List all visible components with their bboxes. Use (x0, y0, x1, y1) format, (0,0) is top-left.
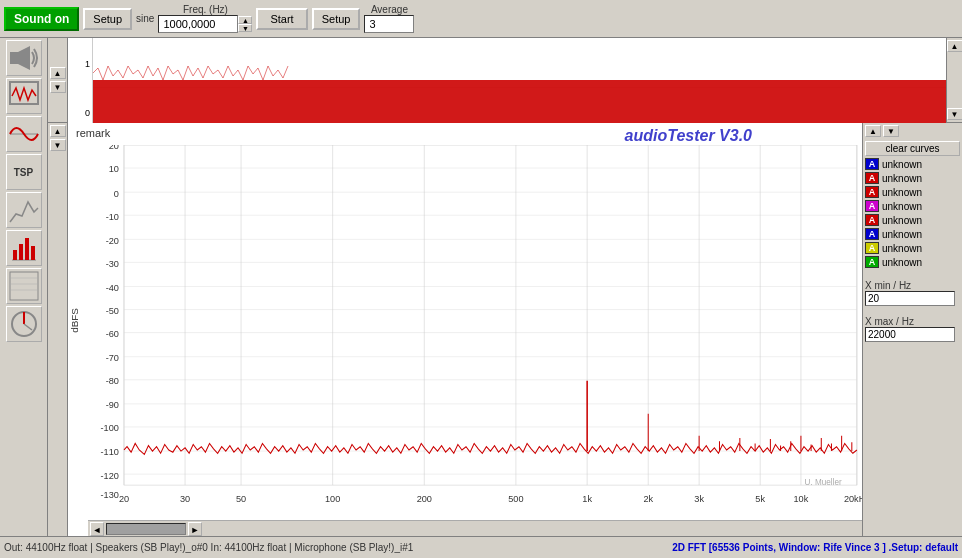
legend-item-3: A unknown (865, 200, 960, 212)
sidebar-icon-5[interactable] (6, 192, 42, 228)
svg-text:-90: -90 (106, 399, 119, 410)
freq-input[interactable] (158, 15, 238, 33)
waveform-type-group: sine (136, 13, 154, 24)
legend-color-0[interactable]: A (865, 158, 879, 170)
waveform-y-down[interactable]: ▼ (50, 81, 66, 93)
waveform-area: ▲ ▼ 1 0 -1 (48, 38, 962, 123)
legend-text-4: unknown (882, 215, 922, 226)
svg-text:500: 500 (508, 492, 523, 503)
svg-text:-120: -120 (101, 469, 119, 480)
freq-up-button[interactable] (238, 16, 252, 24)
legend-color-6[interactable]: A (865, 242, 879, 254)
fft-y-down[interactable]: ▼ (50, 139, 66, 151)
waveform-y-label-1: 1 (68, 59, 92, 69)
legend-item-2: A unknown (865, 186, 960, 198)
fft-scroll-left[interactable]: ◄ (90, 522, 104, 536)
svg-text:2k: 2k (643, 492, 653, 503)
svg-rect-5 (13, 250, 17, 260)
svg-text:20kHz: 20kHz (844, 492, 862, 503)
legend-color-3[interactable]: A (865, 200, 879, 212)
legend-color-1[interactable]: A (865, 172, 879, 184)
legend-color-2[interactable]: A (865, 186, 879, 198)
sidebar-icon-1[interactable] (6, 40, 42, 76)
svg-rect-8 (31, 246, 35, 260)
legend-text-1: unknown (882, 173, 922, 184)
svg-text:20: 20 (109, 145, 119, 151)
fft-right-panel: ▲ ▼ clear curves A unknown A unknown A u… (862, 123, 962, 536)
legend-text-5: unknown (882, 229, 922, 240)
svg-rect-7 (25, 238, 29, 260)
legend-color-4[interactable]: A (865, 214, 879, 226)
tsp-button[interactable]: TSP (6, 154, 42, 190)
status-right: 2D FFT [65536 Points, Window: Rife Vince… (672, 542, 958, 553)
freq-spinner (238, 16, 252, 32)
setup-button-2[interactable]: Setup (312, 8, 361, 30)
start-button[interactable]: Start (256, 8, 307, 30)
svg-text:U. Mueller: U. Mueller (805, 477, 842, 487)
fft-chart: remark audioTester V3.0 (68, 123, 862, 536)
svg-text:-100: -100 (101, 422, 119, 433)
main-container: TSP (0, 38, 962, 536)
x-min-label: X min / Hz (865, 280, 960, 291)
sidebar-icon-7[interactable] (6, 268, 42, 304)
waveform-vscroll-down[interactable]: ▼ (947, 108, 963, 120)
legend-item-6: A unknown (865, 242, 960, 254)
fft-scrollbar-track[interactable] (106, 523, 186, 535)
legend-item-4: A unknown (865, 214, 960, 226)
legend-item-7: A unknown (865, 256, 960, 268)
svg-rect-9 (10, 272, 38, 300)
svg-text:-80: -80 (106, 375, 119, 386)
average-input[interactable] (364, 15, 414, 33)
svg-line-15 (24, 324, 32, 330)
x-max-input[interactable] (865, 327, 955, 342)
legend-text-0: unknown (882, 159, 922, 170)
svg-text:50: 50 (236, 492, 246, 503)
setup-button-1[interactable]: Setup (83, 8, 132, 30)
sidebar-icon-6[interactable] (6, 230, 42, 266)
fft-scroll-right[interactable]: ► (188, 522, 202, 536)
legend-color-5[interactable]: A (865, 228, 879, 240)
svg-text:-60: -60 (106, 328, 119, 339)
sidebar-icon-8[interactable] (6, 306, 42, 342)
svg-text:100: 100 (325, 492, 340, 503)
average-label: Average (371, 4, 408, 15)
svg-text:-20: -20 (106, 234, 119, 245)
status-left: Out: 44100Hz float | Speakers (SB Play!)… (4, 542, 672, 553)
svg-text:-10: -10 (106, 210, 119, 221)
freq-label: Freq. (Hz) (183, 4, 228, 15)
status-bar: Out: 44100Hz float | Speakers (SB Play!)… (0, 536, 962, 558)
svg-text:dBFS: dBFS (70, 308, 81, 333)
freq-down-button[interactable] (238, 24, 252, 32)
waveform-type-label: sine (136, 13, 154, 24)
svg-text:-130: -130 (101, 489, 119, 500)
svg-marker-1 (18, 46, 30, 70)
waveform-y-up[interactable]: ▲ (50, 67, 66, 79)
waveform-vscroll-up[interactable]: ▲ (947, 40, 963, 52)
svg-text:-70: -70 (106, 352, 119, 363)
waveform-y-label-2: 0 (68, 108, 92, 118)
svg-text:20: 20 (119, 492, 129, 503)
legend-item-5: A unknown (865, 228, 960, 240)
sidebar-icon-3[interactable] (6, 116, 42, 152)
remark-label: remark (76, 127, 110, 139)
svg-rect-0 (10, 52, 18, 64)
fft-y-up[interactable]: ▲ (50, 125, 66, 137)
fft-svg: 20 10 0 -10 -20 -30 -40 -50 -60 -70 -80 … (68, 145, 862, 518)
x-min-input[interactable] (865, 291, 955, 306)
legend-up[interactable]: ▲ (865, 125, 881, 137)
svg-text:30: 30 (180, 492, 190, 503)
svg-text:-50: -50 (106, 305, 119, 316)
legend-item-1: A unknown (865, 172, 960, 184)
legend-text-3: unknown (882, 201, 922, 212)
left-sidebar: TSP (0, 38, 48, 536)
sidebar-icon-2[interactable] (6, 78, 42, 114)
clear-curves-button[interactable]: clear curves (865, 141, 960, 156)
fft-left-controls: ▲ ▼ (48, 123, 68, 536)
svg-text:1k: 1k (582, 492, 592, 503)
legend-down[interactable]: ▼ (883, 125, 899, 137)
sound-on-button[interactable]: Sound on (4, 7, 79, 31)
legend-text-2: unknown (882, 187, 922, 198)
average-group: Average (364, 4, 414, 33)
legend-color-7[interactable]: A (865, 256, 879, 268)
freq-group: Freq. (Hz) (158, 4, 252, 33)
